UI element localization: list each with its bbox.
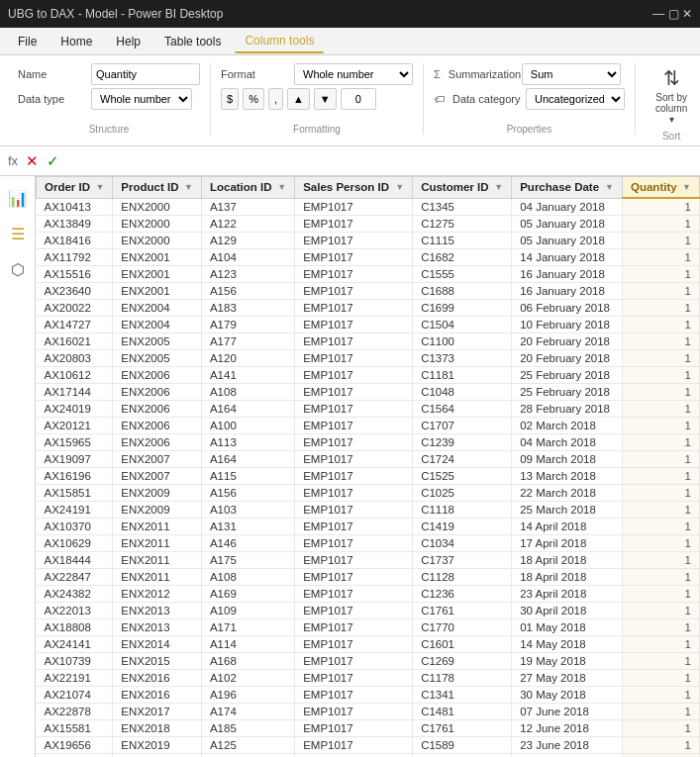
ribbon-row-format: Format Whole number [221, 63, 413, 85]
table-cell: AX16196 [37, 468, 113, 485]
table-cell: 1 [623, 519, 700, 535]
table-row: AX18444ENX2011A175EMP1017C173718 April 2… [37, 552, 700, 569]
menu-table-tools[interactable]: Table tools [154, 31, 231, 52]
structure-group-label: Structure [18, 120, 200, 135]
table-cell: EMP1017 [295, 687, 413, 704]
ribbon-row-datacategory: 🏷 Data category Uncategorized [434, 88, 625, 110]
table-cell: 1 [623, 350, 700, 367]
table-cell: AX24141 [37, 636, 113, 653]
menu-home[interactable]: Home [50, 31, 102, 52]
summarization-select[interactable]: Sum [522, 63, 621, 85]
table-cell: A177 [201, 333, 294, 350]
formula-bar-input[interactable] [67, 154, 692, 168]
table-cell: C1682 [413, 249, 512, 266]
sidebar-report-icon[interactable]: 📊 [4, 184, 32, 212]
formula-confirm-icon[interactable]: ✓ [47, 152, 59, 170]
sidebar-data-icon[interactable]: ☰ [4, 220, 32, 247]
currency-button[interactable]: $ [221, 88, 239, 110]
decimal-decrease-button[interactable]: ▼ [314, 88, 337, 110]
sigma-icon: Σ [434, 68, 441, 80]
table-cell: C1699 [413, 300, 512, 317]
table-cell: A156 [201, 485, 294, 502]
table-cell: A164 [201, 451, 294, 468]
table-cell: EMP1017 [295, 720, 413, 737]
data-table: Order ID ▼ Product ID ▼ Location ID [36, 176, 700, 757]
menu-file[interactable]: File [8, 31, 47, 52]
table-row: AX10413ENX2000A137EMP1017C134504 January… [37, 198, 700, 216]
table-cell: AX10413 [37, 198, 113, 216]
datacategory-select[interactable]: Uncategorized [526, 88, 625, 110]
sidebar-model-icon[interactable]: ⬡ [4, 255, 32, 283]
datatype-select[interactable]: Whole number [91, 88, 192, 110]
table-cell: A193 [201, 754, 294, 758]
col-quantity[interactable]: Quantity ▼ [623, 177, 700, 199]
comma-button[interactable]: , [268, 88, 283, 110]
table-cell: A179 [201, 317, 294, 333]
table-cell: 25 February 2018 [512, 384, 623, 401]
col-order-id[interactable]: Order ID ▼ [37, 177, 113, 199]
table-cell: 02 March 2018 [512, 418, 623, 434]
table-cell: 23 June 2018 [512, 737, 623, 754]
table-cell: A164 [201, 401, 294, 418]
table-row: AX24382ENX2012A169EMP1017C123623 April 2… [37, 586, 700, 603]
table-cell: EMP1017 [295, 266, 413, 283]
ribbon-row-summarization: Σ Summarization Sum [434, 63, 621, 85]
table-cell: 1 [623, 653, 700, 670]
table-area: Order ID ▼ Product ID ▼ Location ID [36, 176, 700, 757]
table-cell: A175 [201, 552, 294, 569]
table-cell: AX10739 [37, 653, 113, 670]
name-input[interactable] [91, 63, 200, 85]
ribbon-row-name: Name [18, 63, 200, 85]
table-cell: ENX2001 [113, 266, 202, 283]
table-cell: C1761 [413, 603, 512, 619]
table-cell: C1707 [413, 418, 512, 434]
table-row: AX21074ENX2016A196EMP1017C134130 May 201… [37, 687, 700, 704]
table-cell: A137 [201, 198, 294, 216]
table-cell: EMP1017 [295, 704, 413, 720]
formula-bar: fx ✕ ✓ [0, 146, 700, 176]
table-cell: AX10612 [37, 367, 113, 384]
menu-help[interactable]: Help [106, 31, 150, 52]
col-location-id[interactable]: Location ID ▼ [201, 177, 294, 199]
sort-by-column-button[interactable]: ⇅ Sort bycolumn ▾ [646, 63, 697, 127]
table-cell: A104 [201, 249, 294, 266]
table-cell: 1 [623, 737, 700, 754]
table-row: AX10739ENX2015A168EMP1017C126919 May 201… [37, 653, 700, 670]
table-cell: 1 [623, 535, 700, 552]
table-cell: EMP1017 [295, 249, 413, 266]
table-cell: C1181 [413, 367, 512, 384]
table-row: AX19656ENX2019A125EMP1017C158923 June 20… [37, 737, 700, 754]
table-cell: EMP1017 [295, 754, 413, 758]
sort-icon: ⇅ [663, 66, 680, 90]
col-purchase-date[interactable]: Purchase Date ▼ [512, 177, 623, 199]
formula-cancel-icon[interactable]: ✕ [26, 152, 39, 170]
table-cell: C1601 [413, 636, 512, 653]
quantity-sort-arrow: ▼ [682, 182, 691, 192]
table-cell: EMP1017 [295, 670, 413, 687]
table-cell: 05 January 2018 [512, 216, 623, 233]
table-cell: 23 April 2018 [512, 586, 623, 603]
order-id-sort-arrow: ▼ [95, 182, 104, 192]
table-cell: EMP1017 [295, 283, 413, 300]
table-cell: 1 [623, 283, 700, 300]
decimal-increase-button[interactable]: ▲ [287, 88, 310, 110]
decimal-value-input[interactable] [341, 88, 376, 110]
ribbon-group-formatting: Format Whole number $ % , ▲ ▼ Formatting [211, 63, 424, 135]
table-cell: EMP1017 [295, 653, 413, 670]
percent-button[interactable]: % [243, 88, 264, 110]
table-cell: A108 [201, 384, 294, 401]
format-select[interactable]: Whole number [294, 63, 413, 85]
table-cell: EMP1017 [295, 569, 413, 586]
window-controls: — ▢ ✕ [652, 7, 692, 21]
table-cell: 05 January 2018 [512, 233, 623, 249]
table-cell: ENX2007 [113, 451, 202, 468]
table-cell: ENX2015 [113, 653, 202, 670]
table-cell: ENX2016 [113, 687, 202, 704]
col-product-id[interactable]: Product ID ▼ [113, 177, 202, 199]
table-cell: EMP1017 [295, 317, 413, 333]
col-sales-person-id[interactable]: Sales Person ID ▼ [295, 177, 413, 199]
col-customer-id[interactable]: Customer ID ▼ [413, 177, 512, 199]
table-row: AX16196ENX2007A115EMP1017C152513 March 2… [37, 468, 700, 485]
menu-column-tools[interactable]: Column tools [235, 30, 324, 53]
table-cell: ENX2005 [113, 350, 202, 367]
